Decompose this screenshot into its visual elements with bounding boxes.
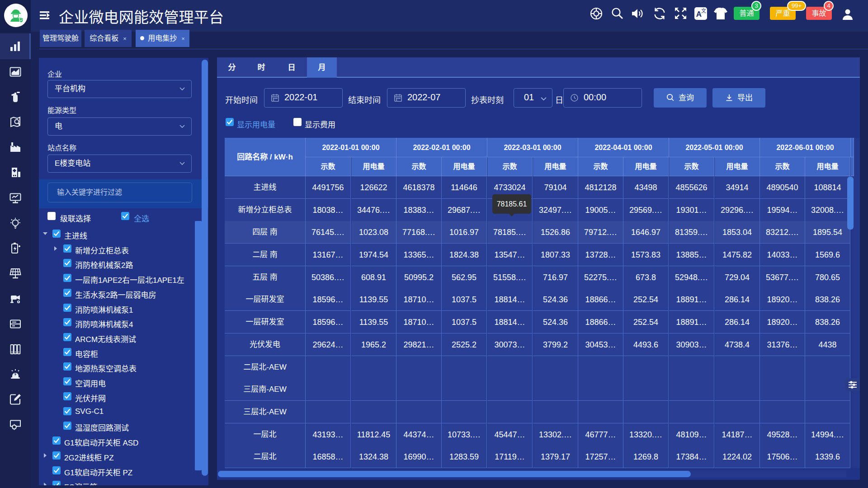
svg-text:文: 文 — [701, 7, 706, 14]
